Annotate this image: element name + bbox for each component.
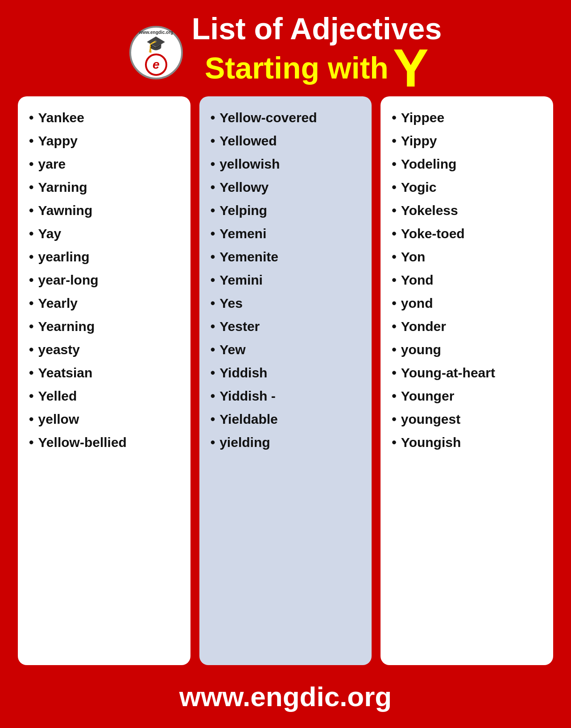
list-item: young	[392, 342, 542, 358]
list-item: Yelled	[29, 388, 179, 404]
list-item: Yellowy	[211, 179, 361, 195]
site-logo: www.engdic.org 🎓 e	[129, 26, 183, 79]
big-letter-y: Y	[393, 44, 429, 92]
list-item: yellowish	[211, 156, 361, 172]
list-item: Yearly	[29, 295, 179, 311]
title-line2: Starting with	[205, 53, 389, 83]
list-item: Yelping	[211, 203, 361, 219]
logo-letter: e	[145, 54, 167, 76]
list-item: yearling	[29, 249, 179, 265]
adjectives-columns: YankeeYappyyareYarningYawningYayyearling…	[18, 96, 553, 665]
list-item: Yeatsian	[29, 365, 179, 381]
footer-url: www.engdic.org	[18, 681, 553, 712]
list-item: Yonder	[392, 318, 542, 335]
list-item: Yankee	[29, 110, 179, 126]
list-item: Yappy	[29, 133, 179, 149]
list-item: Yiddish	[211, 365, 361, 381]
column-3: YippeeYippyYodelingYogicYokelessYoke-toe…	[381, 96, 553, 665]
list-item: Yiddish -	[211, 388, 361, 404]
column-2: Yellow-coveredYellowedyellowishYellowyYe…	[199, 96, 372, 665]
list-item: Yellow-bellied	[29, 434, 179, 451]
list-item: youngest	[392, 411, 542, 427]
list-item: Yes	[211, 295, 361, 311]
list-item: Yarning	[29, 179, 179, 195]
page-footer: www.engdic.org	[18, 674, 553, 715]
list-item: Yew	[211, 342, 361, 358]
list-item: Yond	[392, 272, 542, 288]
list-item: yellow	[29, 411, 179, 427]
list-item: year-long	[29, 272, 179, 288]
list-item: Yogic	[392, 179, 542, 195]
list-item: Yemeni	[211, 226, 361, 242]
list-item: Yieldable	[211, 411, 361, 427]
list-item: Yoke-toed	[392, 226, 542, 242]
column-1: YankeeYappyyareYarningYawningYayyearling…	[18, 96, 190, 665]
list-item: Yodeling	[392, 156, 542, 172]
list-item: Youngish	[392, 434, 542, 451]
list-item: Yippy	[392, 133, 542, 149]
list-item: Yon	[392, 249, 542, 265]
list-item: Yokeless	[392, 203, 542, 219]
list-item: yond	[392, 295, 542, 311]
logo-url-top: www.engdic.org	[139, 30, 173, 35]
list-item: Yawning	[29, 203, 179, 219]
logo-cap-icon: 🎓	[146, 35, 166, 54]
list-item: Yay	[29, 226, 179, 242]
title-block: List of Adjectives Starting with Y	[192, 13, 442, 92]
list-item: Younger	[392, 388, 542, 404]
list-item: yielding	[211, 434, 361, 451]
list-item: yare	[29, 156, 179, 172]
list-item: Yemenite	[211, 249, 361, 265]
list-item: yeasty	[29, 342, 179, 358]
list-item: Yearning	[29, 318, 179, 335]
list-item: Young-at-heart	[392, 365, 542, 381]
page-header: www.engdic.org 🎓 e List of Adjectives St…	[18, 13, 553, 92]
list-item: Yester	[211, 318, 361, 335]
list-item: Yemini	[211, 272, 361, 288]
list-item: Yellowed	[211, 133, 361, 149]
list-item: Yippee	[392, 110, 542, 126]
list-item: Yellow-covered	[211, 110, 361, 126]
